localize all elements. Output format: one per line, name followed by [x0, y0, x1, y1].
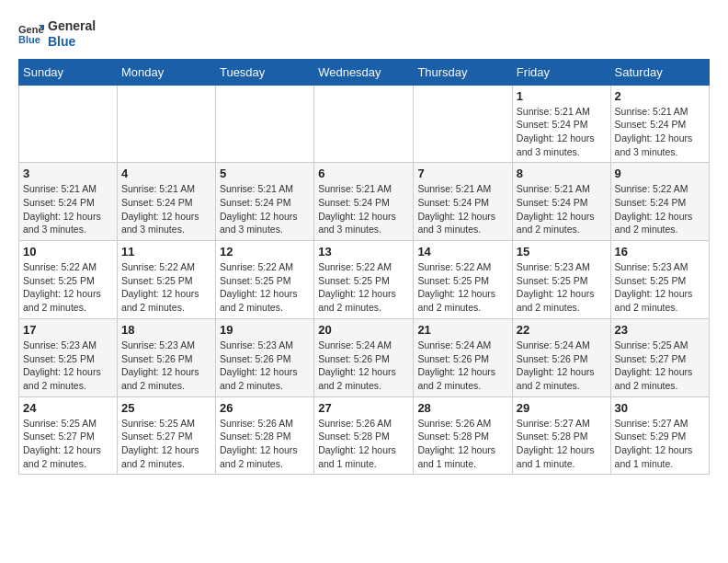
day-info: Sunrise: 5:22 AMSunset: 5:25 PMDaylight:… [318, 260, 409, 315]
calendar-cell: 25Sunrise: 5:25 AMSunset: 5:27 PMDayligh… [117, 396, 215, 475]
day-info: Sunrise: 5:23 AMSunset: 5:25 PMDaylight:… [23, 339, 113, 393]
calendar-cell: 21Sunrise: 5:24 AMSunset: 5:26 PMDayligh… [414, 318, 512, 396]
day-number: 3 [23, 167, 113, 180]
day-number: 13 [318, 245, 409, 259]
weekday-header-cell: Thursday [414, 59, 512, 85]
day-number: 12 [220, 245, 310, 259]
day-number: 26 [220, 401, 310, 415]
logo: General Blue General Blue [18, 18, 96, 50]
calendar-cell [19, 85, 118, 163]
day-number: 17 [23, 323, 113, 337]
weekday-header-cell: Tuesday [215, 59, 313, 85]
day-number: 20 [318, 323, 409, 337]
day-info: Sunrise: 5:21 AMSunset: 5:24 PMDaylight:… [615, 105, 705, 159]
calendar-cell: 5Sunrise: 5:21 AMSunset: 5:24 PMDaylight… [215, 163, 313, 241]
day-info: Sunrise: 5:21 AMSunset: 5:24 PMDaylight:… [517, 182, 607, 236]
day-number: 14 [417, 245, 507, 259]
calendar-cell: 26Sunrise: 5:26 AMSunset: 5:28 PMDayligh… [215, 396, 313, 475]
day-info: Sunrise: 5:23 AMSunset: 5:26 PMDaylight:… [121, 339, 211, 393]
calendar-cell: 16Sunrise: 5:23 AMSunset: 5:25 PMDayligh… [610, 241, 709, 319]
calendar-cell: 24Sunrise: 5:25 AMSunset: 5:27 PMDayligh… [19, 396, 118, 475]
calendar-cell: 13Sunrise: 5:22 AMSunset: 5:25 PMDayligh… [314, 241, 414, 319]
calendar-cell: 14Sunrise: 5:22 AMSunset: 5:25 PMDayligh… [414, 241, 512, 319]
calendar-cell: 15Sunrise: 5:23 AMSunset: 5:25 PMDayligh… [512, 241, 610, 319]
day-number: 25 [121, 401, 211, 415]
svg-text:Blue: Blue [18, 34, 40, 45]
calendar-cell [314, 85, 414, 163]
day-info: Sunrise: 5:22 AMSunset: 5:25 PMDaylight:… [121, 260, 211, 315]
calendar-cell: 22Sunrise: 5:24 AMSunset: 5:26 PMDayligh… [512, 318, 610, 396]
day-info: Sunrise: 5:26 AMSunset: 5:28 PMDaylight:… [417, 417, 507, 471]
calendar-cell: 19Sunrise: 5:23 AMSunset: 5:26 PMDayligh… [215, 318, 313, 396]
day-number: 11 [121, 245, 211, 259]
calendar-cell: 28Sunrise: 5:26 AMSunset: 5:28 PMDayligh… [414, 396, 512, 475]
weekday-header-row: SundayMondayTuesdayWednesdayThursdayFrid… [19, 59, 710, 85]
day-number: 19 [220, 323, 310, 337]
day-info: Sunrise: 5:25 AMSunset: 5:27 PMDaylight:… [23, 417, 113, 471]
day-number: 16 [615, 245, 705, 259]
calendar-cell: 20Sunrise: 5:24 AMSunset: 5:26 PMDayligh… [314, 318, 414, 396]
day-number: 2 [615, 89, 705, 103]
header: General Blue General Blue [18, 18, 710, 50]
calendar-cell: 8Sunrise: 5:21 AMSunset: 5:24 PMDaylight… [512, 163, 610, 241]
day-info: Sunrise: 5:26 AMSunset: 5:28 PMDaylight:… [318, 417, 409, 471]
weekday-header-cell: Wednesday [314, 59, 414, 85]
day-number: 23 [615, 323, 705, 337]
day-info: Sunrise: 5:24 AMSunset: 5:26 PMDaylight:… [318, 339, 409, 393]
calendar-week-row: 3Sunrise: 5:21 AMSunset: 5:24 PMDaylight… [19, 163, 710, 241]
day-info: Sunrise: 5:21 AMSunset: 5:24 PMDaylight:… [121, 182, 211, 236]
calendar-cell: 23Sunrise: 5:25 AMSunset: 5:27 PMDayligh… [610, 318, 709, 396]
day-number: 1 [517, 89, 607, 103]
day-number: 30 [615, 401, 705, 415]
weekday-header-cell: Sunday [19, 59, 118, 85]
day-number: 15 [517, 245, 607, 259]
calendar-cell: 27Sunrise: 5:26 AMSunset: 5:28 PMDayligh… [314, 396, 414, 475]
day-info: Sunrise: 5:21 AMSunset: 5:24 PMDaylight:… [220, 182, 310, 236]
calendar-cell: 9Sunrise: 5:22 AMSunset: 5:24 PMDaylight… [610, 163, 709, 241]
calendar-cell: 10Sunrise: 5:22 AMSunset: 5:25 PMDayligh… [19, 241, 118, 319]
day-number: 22 [517, 323, 607, 337]
calendar-week-row: 24Sunrise: 5:25 AMSunset: 5:27 PMDayligh… [19, 396, 710, 475]
calendar-cell: 18Sunrise: 5:23 AMSunset: 5:26 PMDayligh… [117, 318, 215, 396]
day-number: 7 [417, 167, 507, 180]
day-info: Sunrise: 5:26 AMSunset: 5:28 PMDaylight:… [220, 417, 310, 471]
day-info: Sunrise: 5:25 AMSunset: 5:27 PMDaylight:… [121, 417, 211, 471]
calendar-cell [414, 85, 512, 163]
weekday-header-cell: Friday [512, 59, 610, 85]
day-number: 29 [517, 401, 607, 415]
calendar-week-row: 17Sunrise: 5:23 AMSunset: 5:25 PMDayligh… [19, 318, 710, 396]
day-number: 8 [517, 167, 607, 180]
day-number: 24 [23, 401, 113, 415]
day-info: Sunrise: 5:27 AMSunset: 5:28 PMDaylight:… [517, 417, 607, 471]
day-info: Sunrise: 5:21 AMSunset: 5:24 PMDaylight:… [318, 182, 409, 236]
calendar-cell: 12Sunrise: 5:22 AMSunset: 5:25 PMDayligh… [215, 241, 313, 319]
day-info: Sunrise: 5:22 AMSunset: 5:25 PMDaylight:… [220, 260, 310, 315]
calendar-cell [215, 85, 313, 163]
calendar-cell: 17Sunrise: 5:23 AMSunset: 5:25 PMDayligh… [19, 318, 118, 396]
day-info: Sunrise: 5:25 AMSunset: 5:27 PMDaylight:… [615, 339, 705, 393]
calendar-cell: 4Sunrise: 5:21 AMSunset: 5:24 PMDaylight… [117, 163, 215, 241]
calendar-cell: 3Sunrise: 5:21 AMSunset: 5:24 PMDaylight… [19, 163, 118, 241]
day-number: 18 [121, 323, 211, 337]
day-info: Sunrise: 5:22 AMSunset: 5:25 PMDaylight:… [417, 260, 507, 315]
day-info: Sunrise: 5:23 AMSunset: 5:26 PMDaylight:… [220, 339, 310, 393]
day-number: 27 [318, 401, 409, 415]
calendar-week-row: 10Sunrise: 5:22 AMSunset: 5:25 PMDayligh… [19, 241, 710, 319]
day-info: Sunrise: 5:24 AMSunset: 5:26 PMDaylight:… [517, 339, 607, 393]
logo-icon: General Blue [18, 21, 44, 47]
calendar-table: SundayMondayTuesdayWednesdayThursdayFrid… [18, 59, 710, 476]
calendar-cell: 2Sunrise: 5:21 AMSunset: 5:24 PMDaylight… [610, 85, 709, 163]
weekday-header-cell: Monday [117, 59, 215, 85]
weekday-header-cell: Saturday [610, 59, 709, 85]
day-number: 9 [615, 167, 705, 180]
day-info: Sunrise: 5:22 AMSunset: 5:25 PMDaylight:… [23, 260, 113, 315]
day-info: Sunrise: 5:24 AMSunset: 5:26 PMDaylight:… [417, 339, 507, 393]
day-number: 6 [318, 167, 409, 180]
calendar-cell: 1Sunrise: 5:21 AMSunset: 5:24 PMDaylight… [512, 85, 610, 163]
day-info: Sunrise: 5:21 AMSunset: 5:24 PMDaylight:… [23, 182, 113, 236]
calendar-cell: 7Sunrise: 5:21 AMSunset: 5:24 PMDaylight… [414, 163, 512, 241]
day-number: 4 [121, 167, 211, 180]
calendar-week-row: 1Sunrise: 5:21 AMSunset: 5:24 PMDaylight… [19, 85, 710, 163]
day-number: 21 [417, 323, 507, 337]
day-number: 28 [417, 401, 507, 415]
